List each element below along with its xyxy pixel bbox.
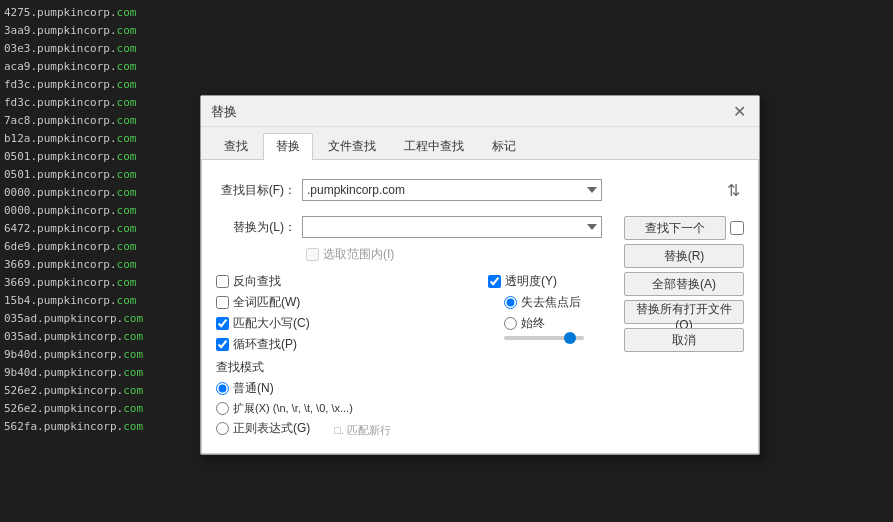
replace-select[interactable] — [302, 216, 602, 238]
find-next-checkbox[interactable] — [730, 221, 744, 235]
mode-regex-radio[interactable] — [216, 422, 229, 435]
bg-item: 9b40d.pumpkincorp.com — [0, 346, 190, 364]
tab-mark[interactable]: 标记 — [479, 133, 529, 159]
transparency-checkbox[interactable] — [488, 275, 501, 288]
replace-all-open-button[interactable]: 替换所有打开文件(O) — [624, 300, 744, 324]
bg-item: fd3c.pumpkincorp.com — [0, 94, 190, 112]
bg-item: 6472.pumpkincorp.com — [0, 220, 190, 238]
replace-all-button[interactable]: 全部替换(A) — [624, 272, 744, 296]
lose-focus-label: 失去焦点后 — [521, 294, 581, 311]
bg-item: 0000.pumpkincorp.com — [0, 202, 190, 220]
mode-extended-radio[interactable] — [216, 402, 229, 415]
bg-item: 562fa.pumpkincorp.com — [0, 418, 190, 436]
dialog-titlebar: 替换 ✕ — [201, 96, 759, 127]
reverse-find-checkbox[interactable] — [216, 275, 229, 288]
find-next-row: 查找下一个 — [624, 216, 744, 240]
button-panel: 查找下一个 替换(R) 全部替换(A) 替换所有打开文件(O) 取消 — [624, 216, 744, 352]
close-button[interactable]: ✕ — [729, 102, 749, 122]
find-label: 查找目标(F)： — [216, 182, 296, 199]
dialog-body: 查找下一个 替换(R) 全部替换(A) 替换所有打开文件(O) 取消 查找目标(… — [201, 160, 759, 454]
bg-item: 9b40d.pumpkincorp.com — [0, 364, 190, 382]
mode-regex-row: 正则表达式(G) □. 匹配新行 — [216, 420, 472, 441]
cancel-button[interactable]: 取消 — [624, 328, 744, 352]
bg-item: 7ac8.pumpkincorp.com — [0, 112, 190, 130]
tab-project-find[interactable]: 工程中查找 — [391, 133, 477, 159]
bg-item: 3669.pumpkincorp.com — [0, 274, 190, 292]
reverse-find-label: 反向查找 — [233, 273, 281, 290]
background-text-list: 4275.pumpkincorp.com 3aa9.pumpkincorp.co… — [0, 0, 190, 522]
match-case-row: 匹配大小写(C) — [216, 315, 472, 332]
scope-checkbox[interactable] — [306, 248, 319, 261]
bg-item: 4275.pumpkincorp.com — [0, 4, 190, 22]
bg-item: 03e3.pumpkincorp.com — [0, 40, 190, 58]
reverse-find-row: 反向查找 — [216, 273, 472, 290]
replace-dialog: 替换 ✕ 查找 替换 文件查找 工程中查找 标记 查找下一个 替换(R) 全部替… — [200, 95, 760, 455]
match-case-label: 匹配大小写(C) — [233, 315, 310, 332]
wrap-row: 循环查找(P) — [216, 336, 472, 353]
mode-extended-label: 扩展(X) (\n, \r, \t, \0, \x...) — [233, 401, 353, 416]
search-mode-label: 查找模式 — [216, 359, 472, 376]
always-label: 始终 — [521, 315, 545, 332]
dialog-tabs: 查找 替换 文件查找 工程中查找 标记 — [201, 127, 759, 160]
find-input-group: .pumpkincorp.com — [302, 179, 716, 201]
mode-normal-row: 普通(N) — [216, 380, 472, 397]
find-row: 查找目标(F)： .pumpkincorp.com ⇅ — [216, 172, 744, 208]
whole-word-label: 全词匹配(W) — [233, 294, 300, 311]
mode-regex-label: 正则表达式(G) — [233, 420, 310, 437]
tab-find[interactable]: 查找 — [211, 133, 261, 159]
always-radio[interactable] — [504, 317, 517, 330]
bg-item: 035ad.pumpkincorp.com — [0, 328, 190, 346]
wrap-checkbox[interactable] — [216, 338, 229, 351]
match-case-checkbox[interactable] — [216, 317, 229, 330]
transparency-label: 透明度(Y) — [505, 273, 557, 290]
dot-newline-label: □. 匹配新行 — [334, 423, 391, 438]
bg-item: 035ad.pumpkincorp.com — [0, 310, 190, 328]
mode-normal-label: 普通(N) — [233, 380, 274, 397]
bg-item: 0501.pumpkincorp.com — [0, 148, 190, 166]
bg-item: 0000.pumpkincorp.com — [0, 184, 190, 202]
bg-item: 15b4.pumpkincorp.com — [0, 292, 190, 310]
find-next-button[interactable]: 查找下一个 — [624, 216, 726, 240]
bg-item: 526e2.pumpkincorp.com — [0, 382, 190, 400]
transparency-slider-thumb[interactable] — [564, 332, 576, 344]
bg-item: 3aa9.pumpkincorp.com — [0, 22, 190, 40]
whole-word-checkbox[interactable] — [216, 296, 229, 309]
swap-button[interactable]: ⇅ — [722, 172, 744, 208]
replace-label: 替换为(L)： — [216, 219, 296, 236]
whole-word-row: 全词匹配(W) — [216, 294, 472, 311]
bg-item: 6de9.pumpkincorp.com — [0, 238, 190, 256]
options-left: 反向查找 全词匹配(W) 匹配大小写(C) 循环查找(P) 查找模式 — [216, 273, 472, 441]
bg-item: aca9.pumpkincorp.com — [0, 58, 190, 76]
dialog-title: 替换 — [211, 103, 237, 121]
tab-file-find[interactable]: 文件查找 — [315, 133, 389, 159]
bg-item: b12a.pumpkincorp.com — [0, 130, 190, 148]
mode-normal-radio[interactable] — [216, 382, 229, 395]
find-select[interactable]: .pumpkincorp.com — [302, 179, 602, 201]
mode-extended-row: 扩展(X) (\n, \r, \t, \0, \x...) — [216, 401, 472, 416]
bg-item: 526e2.pumpkincorp.com — [0, 400, 190, 418]
tab-replace[interactable]: 替换 — [263, 133, 313, 160]
wrap-label: 循环查找(P) — [233, 336, 297, 353]
bg-item: 3669.pumpkincorp.com — [0, 256, 190, 274]
transparency-slider-track — [504, 336, 584, 340]
replace-button[interactable]: 替换(R) — [624, 244, 744, 268]
bg-item: 0501.pumpkincorp.com — [0, 166, 190, 184]
bg-item: fd3c.pumpkincorp.com — [0, 76, 190, 94]
scope-label: 选取范围内(I) — [323, 246, 394, 263]
lose-focus-radio[interactable] — [504, 296, 517, 309]
